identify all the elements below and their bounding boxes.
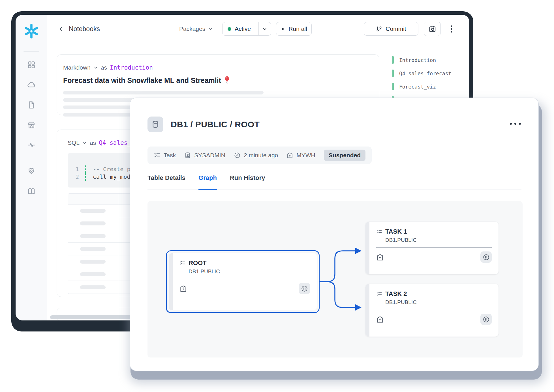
chevron-down-icon[interactable] <box>82 141 87 145</box>
marketplace-icon[interactable] <box>27 121 36 129</box>
node-name: TASK 1 <box>385 228 407 235</box>
skeleton-cell-value <box>80 272 106 276</box>
status-split-button[interactable]: Active <box>222 22 271 36</box>
meta-warehouse: MYWH <box>286 152 315 159</box>
node-divider <box>376 247 492 248</box>
outline-green-bar <box>392 56 394 64</box>
run-all-button[interactable]: Run all <box>276 22 312 36</box>
skeleton-text-line <box>63 91 264 94</box>
status-dropdown-toggle[interactable] <box>258 22 271 35</box>
markdown-heading: Forecast data with Snowflake ML and Stre… <box>63 76 372 85</box>
gutter-indicator <box>85 173 86 181</box>
packages-label: Packages <box>179 25 205 32</box>
task-node-task2[interactable]: TASK 2 DB1.PUBLIC <box>365 284 499 337</box>
play-icon <box>281 27 285 31</box>
outline-item-introduction[interactable]: Introduction <box>392 56 436 64</box>
task-details-modal: DB1 / PUBLIC / ROOT Task SYSADMIN 2 minu… <box>130 98 539 371</box>
task-meta-row: Task SYSADMIN 2 minute ago MYWH Suspende… <box>147 147 372 164</box>
pause-task-button[interactable] <box>480 251 492 263</box>
snowflake-logo-icon[interactable] <box>23 23 39 39</box>
run-all-label: Run all <box>288 25 307 32</box>
clock-icon <box>234 152 241 159</box>
code-text: call my_mod <box>93 173 130 181</box>
activity-icon[interactable] <box>27 141 36 149</box>
selected-node-ring: ROOT DB1.PUBLIC <box>166 250 320 313</box>
node-name: TASK 2 <box>385 290 407 298</box>
git-branch-icon <box>376 26 382 32</box>
tab-run-history[interactable]: Run History <box>230 174 265 189</box>
admin-shield-icon[interactable] <box>27 167 36 176</box>
task-checklist-icon <box>376 229 382 235</box>
meta-task-type: Task <box>154 152 176 159</box>
commit-button[interactable]: Commit <box>364 22 418 36</box>
commit-label: Commit <box>386 25 406 32</box>
gutter-indicator <box>85 165 86 173</box>
pause-task-button[interactable] <box>299 283 310 294</box>
modal-tabs: Table Details Graph Run History <box>147 174 521 190</box>
node-divider <box>179 279 310 279</box>
table-cell <box>68 281 118 294</box>
as-label: as <box>101 64 107 71</box>
chevron-down-icon[interactable] <box>93 65 98 70</box>
header-kebab-menu[interactable] <box>447 23 455 35</box>
as-label: as <box>90 139 96 146</box>
pause-icon <box>483 316 490 323</box>
node-handle-strip <box>365 222 369 274</box>
outline-label: Introduction <box>399 57 436 63</box>
warehouse-icon <box>376 316 384 323</box>
skeleton-cell-value <box>80 209 106 213</box>
modal-kebab-menu[interactable] <box>510 123 521 125</box>
skeleton-cell-value <box>80 234 106 238</box>
status-badge: Suspended <box>324 150 365 161</box>
skeleton-cell-value <box>80 221 106 225</box>
schedule-button[interactable] <box>424 22 441 36</box>
task-node-task1[interactable]: TASK 1 DB1.PUBLIC <box>365 222 499 274</box>
meta-last-updated: 2 minute ago <box>234 152 278 159</box>
warehouse-icon <box>179 285 187 292</box>
cell-name[interactable]: Introduction <box>110 64 153 71</box>
node-schema: DB1.PUBLIC <box>385 237 492 243</box>
status-active[interactable]: Active <box>223 22 258 35</box>
schedule-calendar-icon <box>429 25 436 33</box>
updated-label: 2 minute ago <box>244 152 278 159</box>
packages-dropdown[interactable]: Packages <box>179 25 213 32</box>
active-label: Active <box>235 25 251 32</box>
table-cell <box>68 268 118 281</box>
notebook-header: Notebooks Packages Active Run all Commit <box>47 15 469 43</box>
node-divider <box>376 310 492 310</box>
pause-icon <box>301 285 308 292</box>
table-cell <box>68 204 118 217</box>
outline-green-bar <box>392 70 394 77</box>
sidebar-divider <box>23 51 39 51</box>
file-icon[interactable] <box>27 101 36 109</box>
node-schema: DB1.PUBLIC <box>385 299 492 305</box>
skeleton-cell-value <box>80 260 106 264</box>
outline-label: Forecast_viz <box>399 84 436 90</box>
heading-text: Forecast data with Snowflake ML and Stre… <box>63 76 221 85</box>
tab-graph[interactable]: Graph <box>198 174 217 189</box>
warehouse-icon <box>286 152 293 159</box>
tab-table-details[interactable]: Table Details <box>147 174 185 189</box>
projects-grid-icon[interactable] <box>27 61 36 69</box>
database-chip <box>147 117 163 132</box>
docs-book-icon[interactable] <box>27 187 36 196</box>
cell-type-dropdown[interactable]: Markdown <box>63 64 91 71</box>
skeleton-cell-value <box>80 247 106 251</box>
owner-role-label: SYSADMIN <box>194 152 225 159</box>
node-handle-strip <box>169 253 173 310</box>
outline-item-forecast-viz[interactable]: Forecast_viz <box>392 83 436 90</box>
cloud-icon[interactable] <box>27 81 36 89</box>
table-cell <box>68 217 118 230</box>
task-node-root[interactable]: ROOT DB1.PUBLIC <box>169 253 317 310</box>
back-chevron-icon[interactable] <box>58 26 64 32</box>
task-graph-canvas[interactable]: ROOT DB1.PUBLIC <box>147 201 523 357</box>
pause-icon <box>483 254 490 261</box>
balloon-emoji-icon <box>224 76 230 85</box>
cell-type-dropdown[interactable]: SQL <box>68 139 80 146</box>
back-to-notebooks[interactable]: Notebooks <box>58 25 100 33</box>
outline-label: Q4_sales_forecast <box>399 70 451 76</box>
active-status-dot-icon <box>228 27 231 31</box>
skeleton-cell-value <box>80 285 106 289</box>
pause-task-button[interactable] <box>480 314 492 325</box>
outline-item-q4-sales-forecast[interactable]: Q4_sales_forecast <box>392 70 451 77</box>
